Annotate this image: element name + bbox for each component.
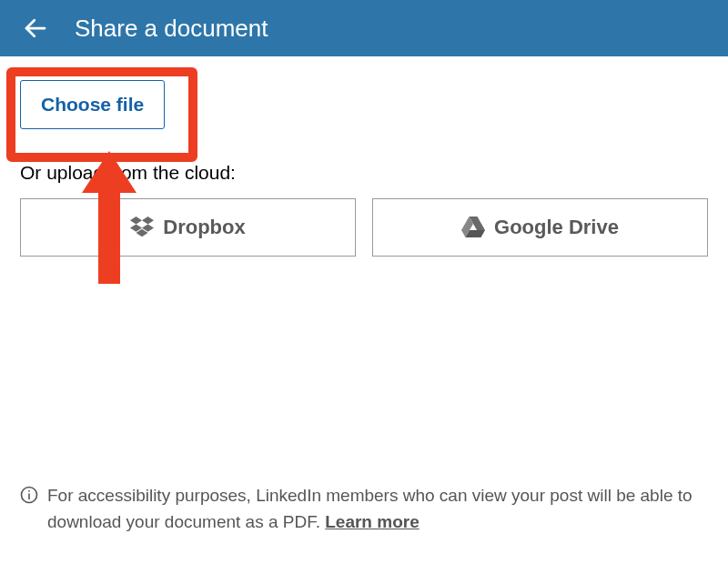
back-button[interactable] [22,15,49,42]
cloud-buttons-row: Dropbox Google Drive [20,198,708,257]
choose-file-button[interactable]: Choose file [20,80,165,129]
accessibility-text: For accessibility purposes, LinkedIn mem… [47,483,708,535]
header-title: Share a document [75,15,268,43]
arrow-left-icon [22,15,49,42]
google-drive-icon [461,217,485,238]
modal-header: Share a document [0,0,728,56]
learn-more-link[interactable]: Learn more [325,512,419,531]
dropbox-button[interactable]: Dropbox [20,198,356,257]
cloud-upload-label: Or upload from the cloud: [20,162,708,184]
info-icon [20,486,38,512]
dropbox-icon [130,217,154,238]
dropbox-label: Dropbox [163,216,245,239]
svg-point-4 [28,490,30,492]
google-drive-button[interactable]: Google Drive [372,198,708,257]
content-area: Choose file Or upload from the cloud: Dr… [0,56,728,280]
accessibility-note: For accessibility purposes, LinkedIn mem… [20,483,708,535]
google-drive-label: Google Drive [494,216,619,239]
